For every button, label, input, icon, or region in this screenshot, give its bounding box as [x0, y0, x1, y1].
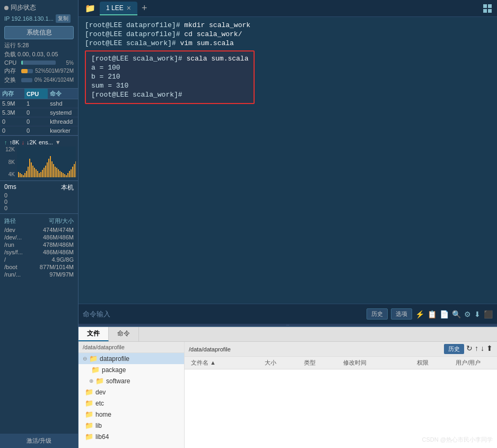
tree-item-dataprofile[interactable]: ⊖📁dataprofile	[79, 353, 184, 364]
tree-item-package[interactable]: 📁package	[79, 364, 184, 375]
stop-icon[interactable]: ⬛	[484, 310, 493, 318]
tree-item-etc[interactable]: 📁etc	[79, 398, 184, 409]
process-row[interactable]: 00kworker	[0, 126, 78, 135]
cmd-input[interactable]	[83, 310, 367, 318]
activate-button[interactable]: 激活/升级	[0, 434, 78, 448]
chart-header: ↑ ↑8K ↓ ↓2K ens... ▼	[0, 138, 78, 147]
disk-row[interactable]: /dev/...486M/486M	[0, 234, 78, 241]
chart-bar	[34, 168, 35, 177]
terminal-line-2: [root@LEE dataprofile]# cd scala_work/	[85, 30, 491, 38]
copy-icon[interactable]: 📋	[428, 310, 437, 318]
cmd-toolbar: 历史 选项 ⚡ 📋 📄 🔍 ⚙ ⬇ ⬛	[367, 308, 493, 320]
folder-icon: 📁	[85, 399, 93, 407]
proc-cpu: 0	[24, 126, 48, 135]
proc-section: 内存 CPU 命令 5.9M1sshd5.3M0systemd00kthread…	[0, 89, 78, 135]
process-row[interactable]: 5.3M0systemd	[0, 108, 78, 117]
file-col-date[interactable]: 修改时间	[341, 358, 415, 368]
swap-val: 0% 264K/1024M	[34, 77, 74, 83]
tab-add-button[interactable]: +	[138, 3, 151, 14]
tree-item-dev[interactable]: 📁dev	[79, 386, 184, 398]
folder-icon[interactable]: 📁	[81, 3, 100, 13]
disk-path: /	[4, 256, 37, 263]
sync-label: 同步状态	[11, 3, 36, 12]
chart-dropdown-icon[interactable]: ▼	[55, 139, 61, 145]
disk-row[interactable]: /run478M/486M	[0, 241, 78, 248]
proc-col-mem[interactable]: 内存	[0, 89, 24, 99]
search-icon[interactable]: 🔍	[452, 310, 461, 318]
proc-mem: 0	[0, 126, 24, 135]
disk-size: 877M/1014M	[37, 264, 74, 270]
file-col-user[interactable]: 用户/用户	[454, 358, 493, 368]
tree-item-lib[interactable]: 📁lib	[79, 420, 184, 431]
disk-header: 路径 可用/大小	[0, 216, 78, 226]
proc-col-cmd[interactable]: 命令	[48, 89, 78, 99]
disk-row[interactable]: /sys/f...486M/486M	[0, 248, 78, 256]
chart-bar	[67, 173, 68, 177]
chart-bar	[43, 168, 45, 177]
disk-size: 478M/486M	[37, 242, 74, 248]
net-section: 0ms 本机 0 0 0	[0, 180, 78, 213]
proc-cpu: 0	[24, 117, 48, 126]
proc-mem: 0	[0, 117, 24, 126]
tree-item-lib64[interactable]: 📁lib64	[79, 431, 184, 442]
options-button[interactable]: 选项	[391, 308, 412, 320]
tree-item-software[interactable]: ⊕📁software	[79, 375, 184, 386]
upload-icon[interactable]: ↑	[475, 344, 478, 354]
tab-1-lee[interactable]: 1 LEE ×	[100, 2, 137, 15]
chart-bar	[40, 172, 41, 177]
chart-bar	[23, 175, 24, 177]
copy2-icon[interactable]: 📄	[440, 310, 449, 318]
tree-item-label: software	[106, 377, 130, 385]
main-area: 📁 1 LEE × + [root@LEE dataprofile]# mkdi…	[79, 0, 497, 448]
refresh-icon[interactable]: ↻	[466, 344, 473, 354]
tree-item-home[interactable]: 📁home	[79, 409, 184, 420]
file-list-actions: 历史 ↻ ↑ ↓ ⬆	[444, 344, 493, 354]
folder-icon: 📁	[91, 366, 100, 374]
sysinfo-button[interactable]: 系统信息	[4, 26, 74, 39]
disk-row[interactable]: /boot877M/1014M	[0, 263, 78, 271]
proc-cmd: sshd	[48, 99, 78, 108]
chart-bar	[55, 167, 56, 177]
download-icon[interactable]: ⬇	[474, 310, 481, 318]
tab-grid-icon[interactable]	[483, 4, 492, 13]
history-button[interactable]: 历史	[367, 308, 388, 320]
history-file-button[interactable]: 历史	[444, 344, 464, 354]
disk-row[interactable]: /4.9G/8G	[0, 256, 78, 263]
disk-path: /dev/...	[4, 234, 37, 240]
proc-cpu: 0	[24, 108, 48, 117]
copy-ip-button[interactable]: 复制	[56, 14, 71, 23]
process-row[interactable]: 5.9M1sshd	[0, 99, 78, 108]
tree-path: /data/dataprofile	[83, 344, 125, 350]
file-tab-cmd[interactable]: 命令	[109, 327, 139, 341]
new-folder-icon[interactable]: ⬆	[486, 344, 493, 354]
disk-path: /dev	[4, 227, 37, 233]
proc-mem: 5.3M	[0, 108, 24, 117]
chart-bar	[32, 166, 33, 177]
proc-col-cpu[interactable]: CPU	[24, 89, 48, 99]
chart-bar	[18, 172, 19, 177]
gear-icon[interactable]: ⚙	[464, 310, 471, 318]
sync-status: 同步状态	[4, 3, 74, 12]
folder-icon: 📁	[85, 421, 93, 429]
file-col-name[interactable]: 文件名 ▲	[189, 358, 263, 368]
file-tab-files[interactable]: 文件	[79, 327, 109, 341]
disk-row[interactable]: /run/...97M/97M	[0, 271, 78, 278]
file-col-perm[interactable]: 权限	[415, 358, 454, 368]
folder-icon: 📁	[85, 388, 93, 396]
chart-bar	[39, 173, 40, 177]
mem-stat: 内存 52%501M/972M	[4, 67, 74, 75]
flash-icon[interactable]: ⚡	[415, 310, 424, 318]
file-panel: 文件 命令 /data/dataprofile ⊖📁dataprofile 📁p…	[79, 326, 497, 448]
disk-size: 4.9G/8G	[37, 256, 74, 263]
file-col-type[interactable]: 类型	[302, 358, 341, 368]
download-file-icon[interactable]: ↓	[481, 344, 484, 354]
disk-row[interactable]: /dev474M/474M	[0, 226, 78, 234]
process-row[interactable]: 00kthreadd	[0, 117, 78, 126]
file-col-size[interactable]: 大小	[263, 358, 302, 368]
tab-close-icon[interactable]: ×	[127, 4, 131, 12]
chart-bar	[37, 171, 38, 177]
ip-label: IP 192.168.130.1...	[4, 15, 54, 22]
tab-1-label: 1 LEE	[106, 4, 124, 12]
chart-bar	[47, 162, 48, 177]
disk-size: 486M/486M	[37, 249, 74, 255]
